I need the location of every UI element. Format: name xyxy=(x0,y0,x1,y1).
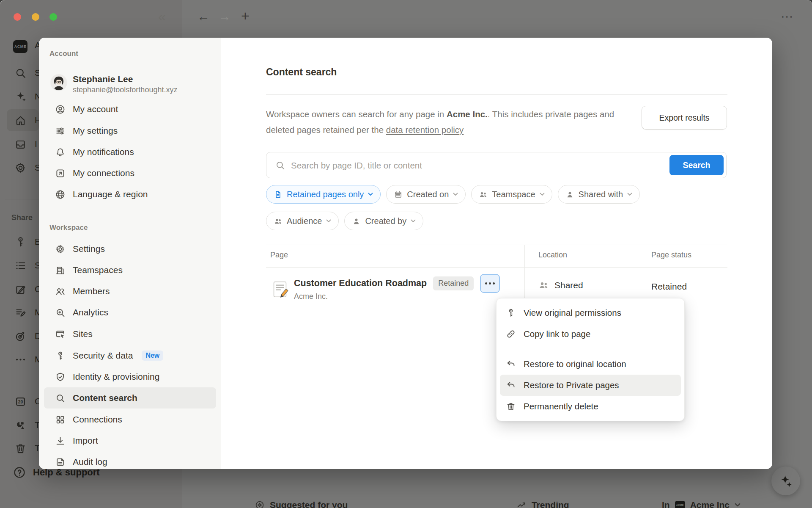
user-name: Stephanie Lee xyxy=(73,74,177,84)
sidebar-item-my-notifications[interactable]: My notifications xyxy=(44,141,216,163)
sidebar-item-settings[interactable]: Settings xyxy=(44,238,216,260)
chevron-down-icon xyxy=(540,193,545,196)
sliders-icon xyxy=(55,126,66,136)
shield-check-icon xyxy=(55,372,66,382)
page-workspace-subtitle: Acme Inc. xyxy=(294,292,328,301)
sidebar-item-import[interactable]: Import xyxy=(44,430,216,451)
sidebar-item-my-account[interactable]: My account xyxy=(44,99,216,120)
chevron-down-icon xyxy=(411,219,416,223)
browser-cursor-icon xyxy=(55,329,66,340)
minimize-window-button[interactable] xyxy=(32,13,39,21)
zoom-window-button[interactable] xyxy=(49,13,57,21)
sidebar-item-members[interactable]: Members xyxy=(44,281,216,302)
content-search-panel: Content search Workspace owners can sear… xyxy=(221,38,772,469)
grid-icon xyxy=(55,414,66,425)
page-description: Workspace owners can search for any page… xyxy=(266,106,638,138)
sidebar-item-teamspaces[interactable]: Teamspaces xyxy=(44,260,216,281)
building-icon xyxy=(55,265,66,276)
audit-log-icon xyxy=(55,457,66,467)
more-options-icon[interactable]: ⋯ xyxy=(781,10,794,23)
trash-icon xyxy=(506,401,516,411)
chevron-down-icon xyxy=(326,219,331,223)
magnifier-plus-icon xyxy=(55,307,66,318)
chevron-down-icon xyxy=(627,193,632,196)
chevron-down-icon xyxy=(453,193,458,196)
filter-teamspace[interactable]: Teamspace xyxy=(471,185,552,204)
gear-icon xyxy=(55,244,66,254)
account-user-row[interactable]: Stephanie Lee stephanie@toolsforthought.… xyxy=(51,74,177,95)
row-more-actions-button[interactable] xyxy=(480,274,500,293)
sidebar-item-identity-provisioning[interactable]: Identity & provisioning xyxy=(44,366,216,387)
sidebar-item-analytics[interactable]: Analytics xyxy=(44,302,216,323)
filter-audience[interactable]: Audience xyxy=(266,212,339,230)
globe-icon xyxy=(55,189,66,200)
link-icon xyxy=(506,329,516,339)
title-divider xyxy=(266,94,727,95)
restore-undo-icon xyxy=(506,359,516,369)
forward-icon[interactable]: → xyxy=(218,10,231,23)
export-results-button[interactable]: Export results xyxy=(642,106,727,130)
settings-modal: Account Stephanie Lee stephanie@toolsfor… xyxy=(39,38,772,469)
bell-icon xyxy=(55,147,66,157)
new-badge: New xyxy=(142,351,163,361)
chevron-down-icon xyxy=(368,193,373,196)
search-icon xyxy=(275,160,285,171)
external-link-square-icon xyxy=(55,168,66,179)
sidebar-item-language-region[interactable]: Language & region xyxy=(44,184,216,205)
page-status-cell: Retained xyxy=(651,282,687,292)
filter-created-by[interactable]: Created by xyxy=(344,212,423,230)
sidebar-item-sites[interactable]: Sites xyxy=(44,323,216,345)
search-input[interactable] xyxy=(290,155,660,176)
filter-created-on[interactable]: Created on xyxy=(386,185,466,204)
table-top-border xyxy=(266,245,727,245)
people-icon xyxy=(538,280,549,290)
column-header-page: Page xyxy=(270,251,288,260)
sidebar-item-security-data[interactable]: Security & data New xyxy=(44,345,216,366)
page-title: Content search xyxy=(266,66,337,78)
search-icon xyxy=(55,393,66,403)
collapse-sidebar-icon[interactable]: « xyxy=(158,10,166,23)
settings-sidebar: Account Stephanie Lee stephanie@toolsfor… xyxy=(39,38,222,469)
user-email: stephanie@toolsforthought.xyz xyxy=(73,84,177,95)
sidebar-item-my-settings[interactable]: My settings xyxy=(44,120,216,141)
account-section-header: Account xyxy=(49,50,78,58)
sidebar-item-audit-log[interactable]: Audit log xyxy=(44,451,216,469)
workspace-name: Acme Inc. xyxy=(447,109,488,119)
column-header-location: Location xyxy=(538,251,567,260)
workspace-section-header: Workspace xyxy=(49,224,88,232)
person-icon xyxy=(352,217,361,226)
notion-window: ACME Share xyxy=(0,0,812,508)
location-cell: Shared xyxy=(538,280,583,290)
new-tab-icon[interactable]: + xyxy=(241,9,250,22)
restore-undo-icon xyxy=(506,380,516,390)
menu-item-view-original-permissions[interactable]: View original permissions xyxy=(500,302,681,323)
sidebar-item-content-search[interactable]: Content search xyxy=(44,387,216,409)
document-icon xyxy=(274,190,283,199)
close-window-button[interactable] xyxy=(14,13,21,21)
filter-row-2: Audience Created by xyxy=(266,212,423,230)
search-button[interactable]: Search xyxy=(669,155,724,175)
menu-item-copy-link[interactable]: Copy link to page xyxy=(500,323,681,345)
person-circle-icon xyxy=(55,104,66,115)
row-actions-context-menu: View original permissions Copy link to p… xyxy=(496,298,685,421)
back-icon[interactable]: ← xyxy=(197,10,210,23)
table-row[interactable]: Customer Education Roadmap Retained xyxy=(294,274,500,293)
retained-badge: Retained xyxy=(433,276,474,290)
key-icon xyxy=(55,351,66,361)
filter-row-1: Retained pages only Created on Teamspace… xyxy=(266,185,640,204)
people-icon xyxy=(479,190,488,199)
sidebar-item-my-connections[interactable]: My connections xyxy=(44,163,216,184)
menu-divider xyxy=(497,349,684,349)
filter-shared-with[interactable]: Shared with xyxy=(558,185,640,204)
filter-retained-pages-only[interactable]: Retained pages only xyxy=(266,185,381,204)
data-retention-policy-link[interactable]: data retention policy xyxy=(386,125,464,135)
menu-item-restore-original-location[interactable]: Restore to original location xyxy=(500,353,681,375)
people-icon xyxy=(55,286,66,297)
key-icon xyxy=(506,308,516,318)
column-header-page-status: Page status xyxy=(651,251,691,260)
sidebar-item-connections[interactable]: Connections xyxy=(44,409,216,430)
menu-item-permanently-delete[interactable]: Permanently delete xyxy=(500,396,681,417)
page-title-cell[interactable]: Customer Education Roadmap xyxy=(294,278,427,289)
page-memo-icon xyxy=(272,281,288,298)
menu-item-restore-private-pages[interactable]: Restore to Private pages xyxy=(500,375,681,396)
